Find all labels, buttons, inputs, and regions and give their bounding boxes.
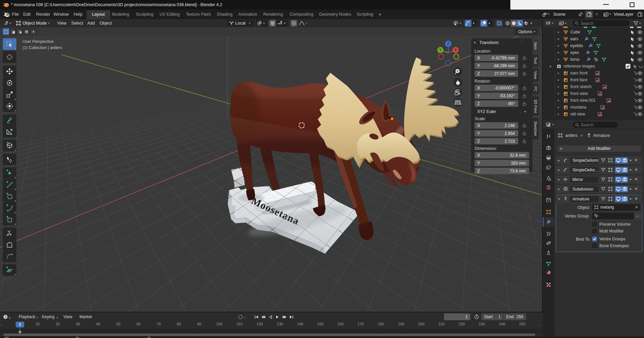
svg-text:150: 150 xyxy=(317,322,323,326)
svg-text:100: 100 xyxy=(216,322,222,326)
svg-text:80: 80 xyxy=(177,322,181,326)
svg-text:70: 70 xyxy=(156,322,161,326)
svg-text:X: X xyxy=(454,48,457,52)
svg-text:90: 90 xyxy=(197,322,201,326)
svg-text:120: 120 xyxy=(257,322,263,326)
svg-text:190: 190 xyxy=(398,322,404,326)
svg-text:220: 220 xyxy=(459,322,465,326)
svg-text:Z: Z xyxy=(447,42,449,46)
svg-text:30: 30 xyxy=(76,322,80,326)
svg-text:20: 20 xyxy=(56,322,60,326)
svg-text:110: 110 xyxy=(237,322,243,326)
svg-text:240: 240 xyxy=(499,322,505,326)
svg-text:200: 200 xyxy=(418,322,424,326)
svg-text:40: 40 xyxy=(96,322,100,326)
svg-text:Y: Y xyxy=(439,48,441,52)
svg-text:10: 10 xyxy=(35,322,40,326)
svg-text:210: 210 xyxy=(438,322,445,326)
svg-text:130: 130 xyxy=(277,322,283,326)
svg-text:180: 180 xyxy=(378,322,384,326)
svg-text:140: 140 xyxy=(297,322,303,326)
svg-text:60: 60 xyxy=(136,322,140,326)
svg-text:230: 230 xyxy=(479,322,485,326)
svg-text:170: 170 xyxy=(358,322,364,326)
svg-text:50: 50 xyxy=(116,322,120,326)
svg-text:160: 160 xyxy=(338,322,344,326)
svg-text:250: 250 xyxy=(519,322,525,326)
